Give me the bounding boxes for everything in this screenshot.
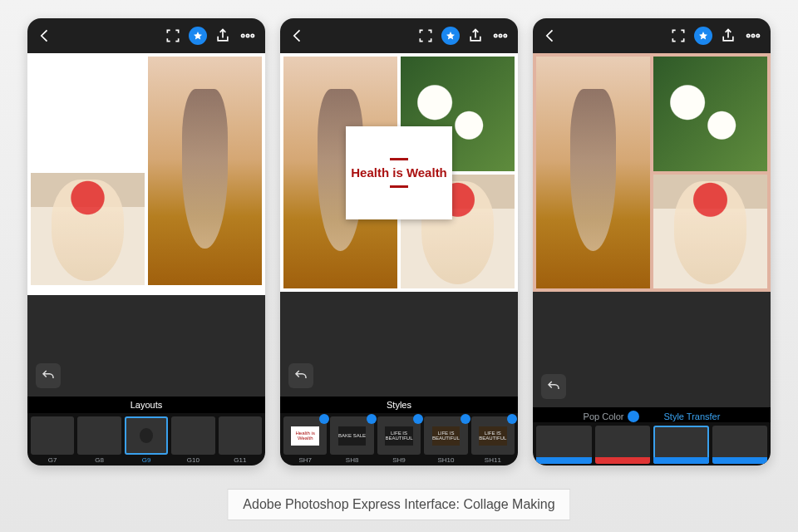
collage-canvas[interactable]: Health is Wealth	[280, 53, 518, 292]
collage-cell[interactable]	[653, 57, 767, 171]
premium-badge-icon	[507, 414, 517, 424]
svg-point-2	[246, 34, 249, 37]
style-thumb[interactable]: LIFE IS BEAUTIFULSH11	[471, 416, 515, 464]
transfer-thumb[interactable]	[712, 426, 768, 464]
svg-point-7	[504, 34, 506, 37]
effect-tabs: Pop Color Style Transfer	[533, 407, 771, 422]
premium-badge-icon	[461, 414, 470, 424]
svg-point-6	[499, 34, 501, 37]
section-label: Layouts	[27, 397, 265, 413]
premium-badge-icon	[367, 414, 377, 424]
svg-point-1	[242, 34, 244, 37]
back-icon[interactable]	[36, 27, 54, 45]
tab-style-transfer[interactable]: Style Transfer	[664, 411, 721, 421]
scan-icon[interactable]	[164, 27, 182, 45]
workspace-gap	[533, 292, 771, 407]
svg-marker-0	[194, 32, 202, 40]
share-icon[interactable]	[719, 27, 737, 45]
share-icon[interactable]	[214, 27, 232, 45]
collage-cell[interactable]	[148, 57, 262, 285]
premium-badge-icon	[628, 411, 639, 422]
overlay-text: Health is Wealth	[351, 165, 447, 180]
undo-button[interactable]	[288, 363, 313, 388]
premium-star-icon[interactable]	[441, 27, 460, 45]
workspace-gap	[280, 292, 518, 397]
style-text-overlay[interactable]: Health is Wealth	[346, 126, 452, 219]
layout-thumb[interactable]: G7	[31, 416, 74, 464]
premium-star-icon[interactable]	[189, 27, 207, 45]
phone-style-transfer: Pop Color Style Transfer	[533, 18, 771, 466]
svg-point-3	[251, 34, 254, 37]
back-icon[interactable]	[541, 27, 559, 45]
phone-styles: Health is Wealth Styles Health is Wealth…	[280, 18, 518, 466]
transfer-thumb-row[interactable]	[533, 422, 771, 466]
topbar	[280, 18, 518, 53]
workspace-gap	[27, 295, 265, 397]
svg-point-11	[756, 34, 759, 37]
more-icon[interactable]	[491, 27, 510, 45]
premium-badge-icon	[319, 414, 329, 424]
style-thumb[interactable]: LIFE IS BEAUTIFULSH9	[377, 416, 421, 464]
svg-point-5	[495, 34, 497, 37]
layout-thumb[interactable]: G8	[77, 416, 121, 464]
collage-cell[interactable]	[653, 175, 767, 289]
topbar	[533, 18, 771, 53]
premium-star-icon[interactable]	[694, 27, 712, 45]
style-thumb[interactable]: LIFE IS BEAUTIFULSH10	[424, 416, 467, 464]
styles-thumb-row[interactable]: Health is WealthSH7 BAKE SALESH8 LIFE IS…	[280, 413, 518, 466]
transfer-thumb[interactable]	[653, 426, 709, 464]
decoration-bar	[390, 158, 408, 160]
svg-point-10	[751, 34, 754, 37]
back-icon[interactable]	[288, 27, 307, 45]
more-icon[interactable]	[744, 27, 762, 45]
premium-badge-icon	[413, 414, 423, 424]
scan-icon[interactable]	[669, 27, 687, 45]
svg-point-9	[747, 34, 750, 37]
share-icon[interactable]	[466, 27, 485, 45]
svg-marker-8	[699, 32, 707, 40]
scan-icon[interactable]	[416, 27, 435, 45]
style-thumb[interactable]: Health is WealthSH7	[283, 416, 327, 464]
undo-button[interactable]	[541, 374, 566, 399]
screenshots-row: Layouts G7 G8 G9 G10 G11	[0, 0, 798, 532]
collage-grid	[31, 57, 262, 288]
transfer-thumb[interactable]	[595, 426, 651, 464]
collage-cell[interactable]	[536, 57, 650, 288]
undo-button[interactable]	[36, 363, 61, 388]
svg-marker-4	[446, 32, 455, 40]
collage-cell[interactable]	[31, 173, 145, 286]
layout-thumb[interactable]: G10	[171, 416, 214, 464]
section-label: Styles	[280, 397, 518, 413]
transfer-thumb[interactable]	[536, 426, 592, 464]
style-thumb[interactable]: BAKE SALESH8	[330, 416, 373, 464]
collage-canvas[interactable]	[533, 53, 771, 292]
layout-thumb[interactable]: G9	[125, 416, 168, 464]
collage-grid	[536, 57, 767, 288]
more-icon[interactable]	[239, 27, 257, 45]
figure-caption: Adobe Photoshop Express Interface: Colla…	[227, 489, 570, 520]
tab-pop-color[interactable]: Pop Color	[584, 411, 639, 422]
layout-thumb[interactable]: G11	[219, 416, 262, 464]
phone-layouts: Layouts G7 G8 G9 G10 G11	[27, 18, 265, 466]
layouts-thumb-row[interactable]: G7 G8 G9 G10 G11	[27, 413, 265, 466]
decoration-bar	[390, 185, 408, 188]
collage-canvas[interactable]	[27, 53, 265, 292]
topbar	[27, 18, 265, 53]
